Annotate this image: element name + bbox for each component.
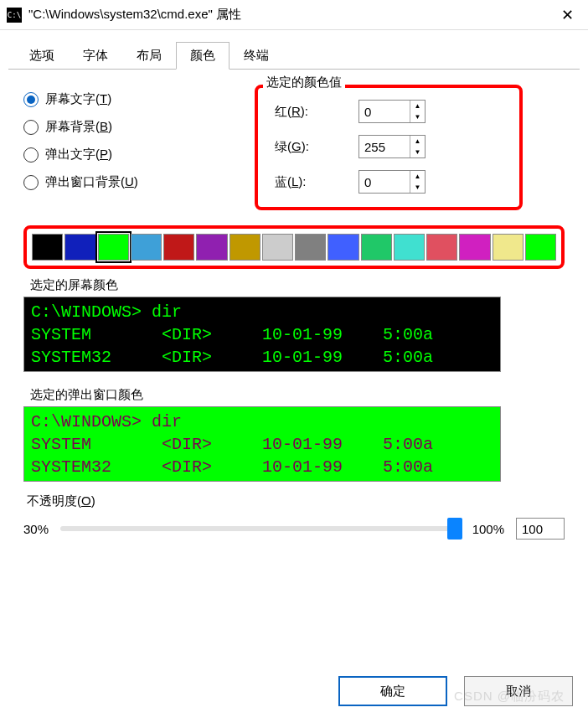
color-swatch[interactable] (394, 234, 425, 261)
tab-strip: 选项 字体 布局 颜色 终端 (0, 42, 588, 70)
rgb-legend: 选定的颜色值 (263, 75, 345, 90)
blue-value: 0 (359, 175, 410, 189)
spin-up-icon[interactable]: ▲ (410, 101, 425, 111)
red-value: 0 (359, 105, 410, 119)
radio-label: 弹出窗口背景(U) (45, 174, 138, 190)
screen-preview-label: 选定的屏幕颜色 (30, 277, 565, 293)
color-swatch[interactable] (525, 234, 556, 261)
radio-icon (23, 92, 39, 107)
spin-up-icon[interactable]: ▲ (410, 136, 425, 147)
cmd-icon: C:\ (7, 8, 22, 23)
rgb-red-row: 红(R): 0 ▲▼ (275, 100, 504, 123)
rgb-fieldset: 选定的颜色值 红(R): 0 ▲▼ 绿(G): 255 ▲▼ 蓝(L): 0 (255, 85, 523, 210)
color-swatch[interactable] (328, 234, 358, 261)
tab-layout[interactable]: 布局 (122, 42, 176, 70)
color-swatch[interactable] (295, 234, 326, 261)
radio-icon (23, 175, 39, 190)
spin-down-icon[interactable]: ▼ (410, 182, 425, 193)
radio-label: 屏幕文字(T) (45, 91, 111, 107)
spin-up-icon[interactable]: ▲ (410, 171, 425, 182)
color-swatch[interactable] (32, 234, 63, 261)
popup-preview-box: C:\WINDOWS> dir SYSTEM <DIR> 10-01-99 5:… (23, 406, 501, 482)
popup-preview-section: 选定的弹出窗口颜色 C:\WINDOWS> dir SYSTEM <DIR> 1… (23, 387, 565, 482)
color-target-group: 屏幕文字(T) 屏幕背景(B) 弹出文字(P) 弹出窗口背景(U) (23, 85, 233, 210)
spin-down-icon[interactable]: ▼ (410, 111, 425, 122)
close-icon: ✕ (561, 6, 574, 24)
radio-icon (23, 147, 39, 163)
red-spinner[interactable]: 0 ▲▼ (358, 100, 426, 123)
cancel-button[interactable]: 取消 (464, 676, 573, 706)
rgb-red-label: 红(R): (275, 104, 358, 120)
dialog-buttons: 确定 取消 (338, 676, 573, 706)
green-spinner[interactable]: 255 ▲▼ (358, 135, 426, 158)
color-swatch[interactable] (163, 234, 194, 261)
close-button[interactable]: ✕ (548, 1, 586, 29)
titlebar: C:\ "C:\Windows\system32\cmd.exe" 属性 ✕ (0, 0, 588, 30)
opacity-section: 不透明度(O) 30% 100% 100 (23, 493, 565, 540)
ok-button[interactable]: 确定 (338, 676, 447, 706)
green-value: 255 (359, 140, 410, 154)
blue-spinner[interactable]: 0 ▲▼ (358, 170, 426, 194)
screen-preview-section: 选定的屏幕颜色 C:\WINDOWS> dir SYSTEM <DIR> 10-… (23, 277, 565, 372)
color-swatch[interactable] (361, 234, 392, 261)
color-swatch[interactable] (459, 234, 490, 261)
radio-label: 弹出文字(P) (45, 147, 112, 163)
window-title: "C:\Windows\system32\cmd.exe" 属性 (28, 7, 548, 23)
color-swatch[interactable] (64, 234, 95, 261)
tab-options[interactable]: 选项 (15, 42, 69, 70)
rgb-blue-label: 蓝(L): (275, 174, 358, 190)
tab-font[interactable]: 字体 (69, 42, 122, 70)
screen-preview-box: C:\WINDOWS> dir SYSTEM <DIR> 10-01-99 5:… (23, 297, 501, 372)
radio-screen-text[interactable]: 屏幕文字(T) (23, 91, 233, 107)
opacity-max: 100% (472, 522, 504, 536)
radio-screen-bg[interactable]: 屏幕背景(B) (23, 119, 233, 135)
opacity-value-field[interactable]: 100 (516, 518, 565, 540)
color-swatch[interactable] (131, 234, 162, 261)
radio-popup-text[interactable]: 弹出文字(P) (23, 147, 233, 163)
tab-terminal[interactable]: 终端 (230, 42, 283, 70)
color-swatch-strip (23, 225, 565, 269)
rgb-blue-row: 蓝(L): 0 ▲▼ (275, 170, 504, 194)
color-swatch[interactable] (196, 234, 227, 261)
popup-preview-label: 选定的弹出窗口颜色 (30, 387, 565, 403)
color-swatch[interactable] (262, 234, 293, 261)
tab-colors[interactable]: 颜色 (176, 42, 230, 70)
radio-popup-bg[interactable]: 弹出窗口背景(U) (23, 174, 233, 190)
rgb-green-row: 绿(G): 255 ▲▼ (275, 135, 504, 158)
opacity-label: 不透明度(O) (27, 493, 565, 509)
rgb-green-label: 绿(G): (275, 139, 358, 155)
color-swatch[interactable] (426, 234, 457, 261)
color-swatch[interactable] (230, 234, 260, 261)
opacity-slider[interactable] (60, 526, 461, 531)
radio-label: 屏幕背景(B) (45, 119, 112, 135)
slider-thumb-icon[interactable] (447, 518, 462, 540)
spin-down-icon[interactable]: ▼ (410, 147, 425, 157)
opacity-min: 30% (23, 522, 49, 536)
color-swatch[interactable] (493, 234, 524, 261)
color-swatch[interactable] (98, 234, 129, 261)
radio-icon (23, 120, 39, 135)
